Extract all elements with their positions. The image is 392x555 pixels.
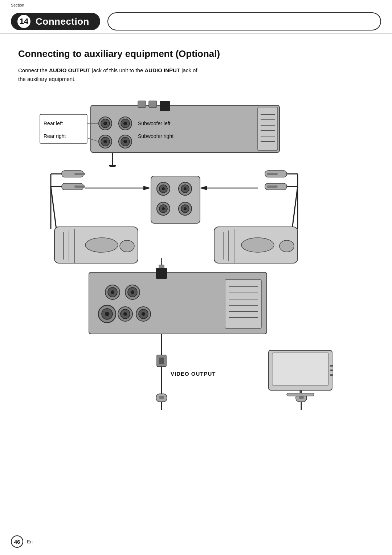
page-number: 46 <box>11 535 23 548</box>
svg-rect-58 <box>267 173 278 175</box>
page-heading: Connecting to auxiliary equipment (Optio… <box>18 48 374 60</box>
svg-rect-118 <box>272 353 328 385</box>
svg-rect-36 <box>74 185 85 188</box>
svg-rect-122 <box>330 370 333 371</box>
svg-point-48 <box>184 187 187 190</box>
svg-rect-2 <box>149 101 157 107</box>
svg-point-76 <box>279 240 294 252</box>
header-right-box <box>107 12 381 30</box>
svg-rect-123 <box>330 374 333 376</box>
svg-text:Rear left: Rear left <box>44 121 63 126</box>
intro-text: Connect the AUDIO OUTPUT jack of this un… <box>18 66 200 83</box>
svg-line-64 <box>292 187 298 229</box>
diagram-bottom-unit: VIDEO OUTPUT <box>18 258 374 432</box>
svg-rect-0 <box>91 105 279 152</box>
svg-text:VIDEO OUTPUT: VIDEO OUTPUT <box>171 371 216 377</box>
svg-rect-4 <box>40 114 87 143</box>
section-number: 14 <box>17 15 30 28</box>
svg-rect-106 <box>159 358 164 364</box>
svg-point-9 <box>103 122 107 125</box>
svg-rect-33 <box>74 173 85 175</box>
svg-point-69 <box>85 238 118 252</box>
svg-point-12 <box>123 122 127 125</box>
svg-rect-3 <box>160 101 170 111</box>
svg-marker-56 <box>200 186 207 190</box>
svg-rect-42 <box>151 176 200 223</box>
svg-text:Subwoofer left: Subwoofer left <box>138 121 171 126</box>
svg-point-90 <box>105 312 109 316</box>
svg-rect-121 <box>330 365 333 367</box>
svg-point-84 <box>111 290 114 294</box>
svg-text:Subwoofer  right: Subwoofer right <box>138 133 173 139</box>
svg-point-51 <box>162 207 165 210</box>
audio-output-bold: AUDIO OUTPUT <box>49 67 90 73</box>
svg-rect-115 <box>299 396 304 399</box>
section-label: Section <box>11 3 24 7</box>
svg-point-18 <box>123 140 127 143</box>
audio-input-bold: AUDIO INPUT <box>144 67 180 73</box>
header-section-badge: 14 Connection <box>11 13 100 30</box>
svg-rect-1 <box>138 101 146 107</box>
svg-point-45 <box>162 187 165 190</box>
footer: 46 En <box>11 535 33 548</box>
svg-point-87 <box>131 290 134 294</box>
header-title: Connection <box>36 16 89 27</box>
svg-point-15 <box>103 140 107 143</box>
svg-point-96 <box>142 312 145 316</box>
svg-point-54 <box>184 207 187 210</box>
diagram-middle <box>18 156 374 272</box>
language-label: En <box>27 539 33 544</box>
svg-point-70 <box>120 240 134 252</box>
svg-text:Rear right: Rear right <box>44 133 66 139</box>
svg-point-93 <box>123 312 127 316</box>
svg-marker-41 <box>143 186 151 190</box>
svg-rect-111 <box>159 396 164 399</box>
svg-line-39 <box>51 187 56 229</box>
svg-rect-23 <box>258 107 278 151</box>
svg-point-75 <box>241 238 274 252</box>
svg-rect-61 <box>267 185 278 188</box>
svg-rect-120 <box>287 393 314 396</box>
